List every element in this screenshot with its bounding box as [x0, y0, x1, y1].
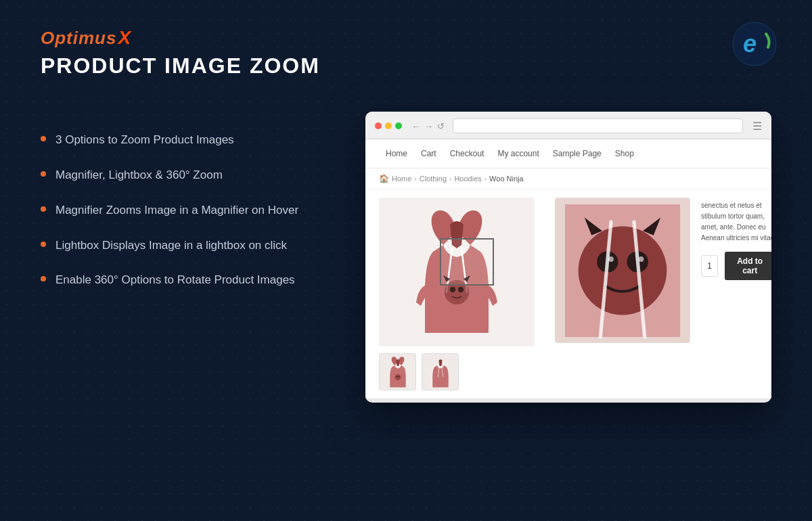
- page-container: e Optimus X PRODUCT IMAGE ZOOM 3 Options…: [0, 0, 812, 521]
- breadcrumb-clothing[interactable]: Clothing: [420, 175, 447, 183]
- home-icon: 🏠: [379, 174, 389, 183]
- page-title: PRODUCT IMAGE ZOOM: [41, 54, 320, 78]
- svg-point-13: [579, 226, 667, 315]
- logo-x: X: [118, 27, 131, 49]
- browser-mockup: ← → ↺ ☰ Home Cart Checkout My account Sa…: [365, 112, 771, 403]
- desc-text-1: senectus et netus et: [701, 202, 762, 209]
- breadcrumb-sep: ›: [414, 175, 416, 183]
- browser-chrome: ← → ↺ ☰: [365, 112, 771, 139]
- nav-checkout[interactable]: Checkout: [443, 146, 491, 161]
- product-description: senectus et netus et stibulum tortor qua…: [701, 200, 771, 244]
- feature-text: Magnifier, Lightbox & 360° Zoom: [55, 167, 223, 183]
- browser-controls: ← → ↺: [411, 121, 445, 131]
- svg-point-9: [398, 376, 399, 377]
- product-thumbnails: [379, 353, 555, 390]
- product-images: [379, 198, 555, 390]
- nav-shop[interactable]: Shop: [608, 146, 641, 161]
- product-details: senectus et netus et stibulum tortor qua…: [690, 198, 771, 390]
- main-content: 3 Options to Zoom Product Images Magnifi…: [41, 112, 771, 494]
- maximize-dot[interactable]: [395, 122, 402, 129]
- feature-text: Magnifier Zooms Image in a Magnifier on …: [55, 202, 298, 219]
- svg-text:e: e: [743, 30, 757, 58]
- breadcrumb-home[interactable]: Home: [392, 175, 411, 183]
- woo-nav: Home Cart Checkout My account Sample Pag…: [365, 139, 771, 168]
- svg-point-5: [450, 287, 455, 292]
- refresh-button[interactable]: ↺: [437, 121, 445, 131]
- logo-text: Optimus X: [41, 27, 320, 49]
- product-area: senectus et netus et stibulum tortor qua…: [365, 189, 771, 399]
- close-dot[interactable]: [375, 122, 382, 129]
- address-bar[interactable]: [453, 118, 743, 133]
- woo-page-content: Home Cart Checkout My account Sample Pag…: [365, 139, 771, 399]
- feature-text: 3 Options to Zoom Product Images: [55, 132, 234, 148]
- quantity-input[interactable]: 1: [701, 255, 718, 277]
- add-to-cart-row: 1 Add to cart: [701, 252, 771, 280]
- desc-text-2: stibulum tortor quam,: [701, 212, 765, 220]
- bullet-icon: [41, 242, 46, 247]
- header: Optimus X PRODUCT IMAGE ZOOM: [41, 27, 771, 78]
- svg-point-7: [394, 374, 401, 380]
- feature-item: 3 Options to Zoom Product Images: [41, 132, 338, 148]
- breadcrumb-sep: ›: [484, 175, 487, 183]
- nav-home[interactable]: Home: [379, 146, 414, 161]
- main-product-image[interactable]: [379, 198, 535, 346]
- svg-point-4: [445, 280, 469, 304]
- feature-item: Enable 360° Options to Rotate Product Im…: [41, 272, 338, 288]
- browser-dots: [375, 122, 402, 129]
- bullet-icon: [41, 276, 46, 281]
- feature-item: Lightbox Displays Image in a lightbox on…: [41, 237, 338, 254]
- features-panel: 3 Options to Zoom Product Images Magnifi…: [41, 112, 338, 307]
- svg-point-8: [396, 376, 397, 377]
- breadcrumb-sep: ›: [449, 175, 451, 183]
- browser-menu-icon[interactable]: ☰: [752, 120, 762, 133]
- logo-optimus: Optimus: [41, 28, 116, 49]
- feature-item: Magnifier Zooms Image in a Magnifier on …: [41, 202, 338, 219]
- bullet-icon: [41, 136, 46, 141]
- breadcrumb: 🏠 Home › Clothing › Hoodies › Woo Ninja: [365, 168, 771, 189]
- add-to-cart-button[interactable]: Add to cart: [725, 252, 771, 280]
- forward-button[interactable]: →: [424, 121, 433, 131]
- svg-point-6: [458, 287, 464, 292]
- feature-item: Magnifier, Lightbox & 360° Zoom: [41, 167, 338, 183]
- thumbnail-2[interactable]: [422, 353, 459, 390]
- feature-text: Lightbox Displays Image in a lightbox on…: [55, 237, 287, 254]
- logo-area: Optimus X PRODUCT IMAGE ZOOM: [41, 27, 320, 78]
- nav-cart[interactable]: Cart: [414, 146, 443, 161]
- feature-text: Enable 360° Options to Rotate Product Im…: [55, 272, 295, 288]
- zoom-preview: [555, 198, 690, 343]
- desc-text-3: amet, ante. Donec eu: [701, 223, 766, 231]
- back-button[interactable]: ←: [411, 121, 420, 131]
- desc-text-4: Aenean ultricies mi vitae: [701, 234, 771, 242]
- minimize-dot[interactable]: [385, 122, 392, 129]
- bullet-icon: [41, 171, 46, 177]
- nav-sample-page[interactable]: Sample Page: [546, 146, 608, 161]
- breadcrumb-current: Woo Ninja: [489, 175, 524, 183]
- thumbnail-1[interactable]: [379, 353, 416, 390]
- breadcrumb-hoodies[interactable]: Hoodies: [454, 175, 481, 183]
- nav-my-account[interactable]: My account: [491, 146, 545, 161]
- brand-logo: e: [731, 20, 778, 70]
- bullet-icon: [41, 206, 46, 212]
